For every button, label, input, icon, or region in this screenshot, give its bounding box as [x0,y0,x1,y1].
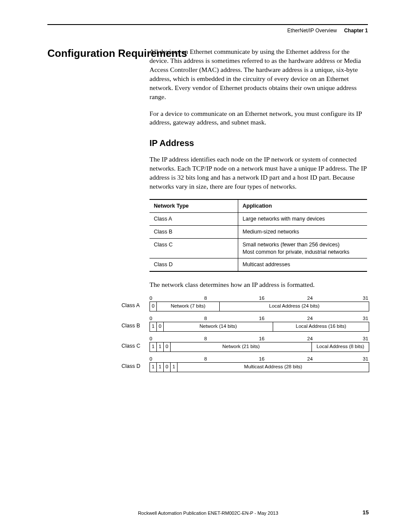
local-field: Local Address (24 bits) [220,302,369,311]
network-field: Network (14 bits) [164,322,273,331]
class-label: Class C [121,336,147,349]
local-field: Local Address (16 bits) [273,322,369,331]
prefix-bit: 1 [157,342,164,352]
tick-16: 16 [259,296,265,301]
class-label: Class D [121,356,147,369]
table-row: Class D Multicast addresses [149,258,367,271]
table-row: Class C Small networks (fewer than 256 d… [149,238,367,258]
prefix-bit: 0 [164,363,171,372]
bit-ruler: 0 8 16 24 31 [149,296,369,302]
class-label: Class A [121,296,147,308]
ip-class-diagram: Class A 0 8 16 24 31 0 Network (7 bits) … [121,296,369,376]
bit-ruler: 0 8 16 24 31 [149,356,369,362]
cell-application: Multicast addresses [238,258,367,271]
body-column: All devices on Ethernet communicate by u… [149,47,367,295]
tick-0: 0 [149,356,152,361]
network-type-table: Network Type Application Class A Large n… [149,199,367,272]
chapter-label: Chapter 1 [344,28,368,34]
tick-31: 31 [363,336,368,341]
paragraph-3: The IP address identifies each node on t… [149,155,367,191]
cell-network-type: Class D [149,258,238,271]
col-application: Application [238,199,367,212]
bitbox: 1 1 0 Network (21 bits) Local Address (8… [149,342,369,352]
tick-16: 16 [259,336,265,341]
col-network-type: Network Type [149,199,238,212]
prefix-bit: 1 [157,363,164,372]
class-label: Class B [121,316,147,329]
doc-title: EtherNet/IP Overview [287,28,337,34]
header-rule [47,24,368,25]
tick-24: 24 [307,336,313,341]
table-row: Class A Large networks with many devices [149,212,367,225]
cell-network-type: Class B [149,225,238,238]
running-header: EtherNet/IP Overview Chapter 1 [47,24,368,34]
bitbox: 0 Network (7 bits) Local Address (24 bit… [149,302,369,311]
prefix-bit: 1 [150,363,157,372]
bit-ruler: 0 8 16 24 31 [149,316,369,322]
tick-31: 31 [363,296,368,301]
diagram-row-class-a: Class A 0 8 16 24 31 0 Network (7 bits) … [121,296,369,311]
cell-network-type: Class C [149,238,238,258]
cell-application: Medium-sized networks [238,225,367,238]
paragraph-2: For a device to communicate on an Ethern… [149,109,367,128]
network-field: Network (7 bits) [157,302,220,311]
tick-16: 16 [259,356,265,361]
bit-ruler: 0 8 16 24 31 [149,336,369,342]
page-number: 15 [363,509,369,516]
tick-31: 31 [363,356,368,361]
header-text: EtherNet/IP Overview Chapter 1 [47,28,368,34]
tick-24: 24 [307,316,313,321]
tick-0: 0 [149,336,152,341]
diagram-row-class-c: Class C 0 8 16 24 31 1 1 0 Network (21 b… [121,336,369,352]
prefix-bit: 0 [150,302,157,311]
footer-text: Rockwell Automation Publication ENET-RM0… [47,510,369,516]
table-header-row: Network Type Application [149,199,367,212]
diagram-row-class-d: Class D 0 8 16 24 31 1 1 0 1 Multicast A… [121,356,369,372]
network-field: Network (21 bits) [171,342,312,352]
tick-0: 0 [149,316,152,321]
cell-network-type: Class A [149,212,238,225]
tick-16: 16 [259,316,265,321]
multicast-field: Multicast Address (28 bits) [177,363,369,372]
table-row: Class B Medium-sized networks [149,225,367,238]
paragraph-4: The network class determines how an IP a… [149,280,367,289]
tick-8: 8 [204,356,207,361]
prefix-bit: 1 [150,322,157,331]
local-field: Local Address (8 bits) [312,342,369,352]
tick-24: 24 [307,296,313,301]
footer: Rockwell Automation Publication ENET-RM0… [47,510,369,516]
diagram-row-class-b: Class B 0 8 16 24 31 1 0 Network (14 bit… [121,316,369,332]
bitbox: 1 1 0 1 Multicast Address (28 bits) [149,362,369,372]
tick-8: 8 [204,316,207,321]
tick-31: 31 [363,316,368,321]
prefix-bit: 0 [157,322,164,331]
bitbox: 1 0 Network (14 bits) Local Address (16 … [149,322,369,332]
tick-0: 0 [149,296,152,301]
prefix-bit: 0 [164,342,171,352]
prefix-bit: 1 [171,363,177,372]
tick-8: 8 [204,296,207,301]
prefix-bit: 1 [150,342,157,352]
page: EtherNet/IP Overview Chapter 1 Configura… [0,0,411,532]
tick-24: 24 [307,356,313,361]
cell-application: Large networks with many devices [238,212,367,225]
tick-8: 8 [204,336,207,341]
paragraph-1: All devices on Ethernet communicate by u… [149,47,367,102]
subheading-ip-address: IP Address [149,137,367,149]
cell-application: Small networks (fewer than 256 devices) … [238,238,367,258]
